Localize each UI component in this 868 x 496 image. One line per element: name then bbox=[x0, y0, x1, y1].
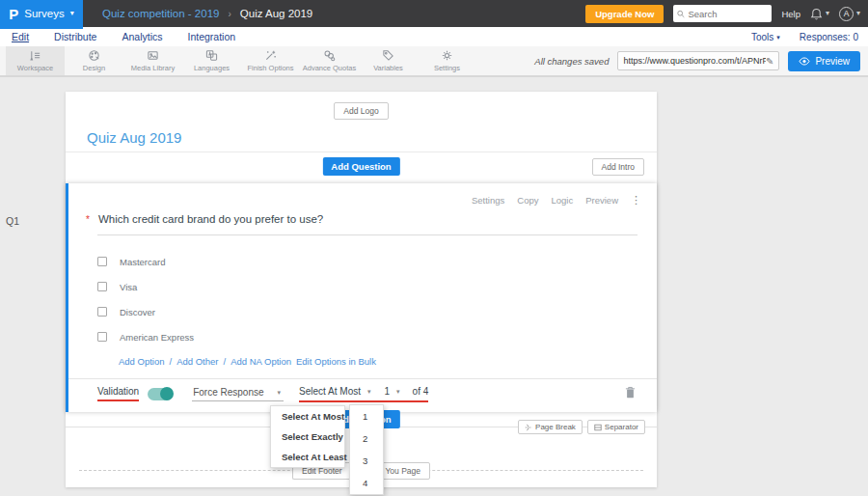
upgrade-now-button[interactable]: Upgrade Now bbox=[585, 5, 664, 23]
required-asterisk: * bbox=[86, 214, 90, 225]
option-row[interactable]: American Express bbox=[97, 331, 657, 343]
bell-icon bbox=[810, 8, 823, 20]
checkbox[interactable] bbox=[97, 282, 107, 291]
tool-languages[interactable]: Languages bbox=[182, 46, 241, 75]
tool-finish-options[interactable]: Finish Options bbox=[241, 46, 300, 75]
question-copy-link[interactable]: Copy bbox=[517, 195, 538, 206]
help-link[interactable]: Help bbox=[781, 9, 800, 19]
chevron-down-icon: ▾ bbox=[856, 10, 860, 17]
notifications-menu[interactable]: ▾ bbox=[810, 8, 829, 20]
main-nav: Edit Distribute Analytics Integration To… bbox=[0, 27, 868, 46]
tab-distribute[interactable]: Distribute bbox=[54, 31, 96, 42]
force-response-select[interactable]: Force Response ▾ bbox=[192, 387, 284, 401]
tool-variables[interactable]: Variables bbox=[359, 46, 418, 75]
preview-button[interactable]: Preview bbox=[788, 51, 860, 71]
link-separator: / bbox=[224, 356, 227, 367]
add-na-option-link[interactable]: Add NA Option bbox=[231, 356, 291, 367]
tools-label: Tools bbox=[751, 32, 773, 42]
page-break-icon bbox=[525, 424, 532, 431]
surveys-product-menu[interactable]: P Surveys ▾ bbox=[0, 0, 83, 27]
tool-media-library[interactable]: Media Library bbox=[123, 46, 182, 75]
question-settings-link[interactable]: Settings bbox=[472, 195, 504, 206]
question-divider bbox=[97, 234, 637, 235]
delete-question-button[interactable] bbox=[625, 386, 636, 401]
kebab-menu-icon[interactable]: ⋮ bbox=[631, 194, 641, 207]
question-logic-link[interactable]: Logic bbox=[551, 195, 573, 206]
survey-workspace: Q1 Add Logo Quiz Aug 2019 Add Question A… bbox=[0, 77, 868, 496]
tag-icon bbox=[382, 49, 394, 62]
editor-toolbar: Workspace Design Media Library Languages… bbox=[0, 46, 868, 77]
tab-edit[interactable]: Edit bbox=[12, 31, 29, 42]
validation-count-dropdown: 1 2 3 4 bbox=[349, 404, 384, 495]
breadcrumb: Quiz competition - 2019 › Quiz Aug 2019 bbox=[102, 8, 312, 19]
breadcrumb-folder[interactable]: Quiz competition - 2019 bbox=[102, 8, 219, 19]
tool-workspace[interactable]: Workspace bbox=[6, 46, 65, 75]
add-logo-row: Add Logo bbox=[66, 92, 657, 120]
option-row[interactable]: Discover bbox=[97, 306, 657, 317]
breadcrumb-separator-icon: › bbox=[228, 9, 231, 19]
add-intro-button[interactable]: Add Intro bbox=[592, 158, 645, 176]
dropdown-option-select-at-most[interactable]: Select At Most bbox=[271, 406, 344, 427]
account-menu[interactable]: A ▾ bbox=[839, 7, 860, 21]
add-question-button[interactable]: Add Question bbox=[322, 157, 399, 176]
toolbar-right: All changes saved ✎ Preview bbox=[534, 46, 868, 75]
question-actions: Settings Copy Logic Preview ⋮ bbox=[68, 183, 657, 207]
add-question-row: Add Question Add Intro bbox=[66, 156, 657, 178]
option-links-row: Add Option / Add Other / Add NA Option E… bbox=[119, 356, 641, 367]
tab-analytics[interactable]: Analytics bbox=[122, 31, 162, 42]
dropdown-option-2[interactable]: 2 bbox=[350, 427, 383, 450]
option-row[interactable]: Mastercard bbox=[97, 256, 657, 267]
image-icon bbox=[147, 49, 159, 62]
add-other-link[interactable]: Add Other bbox=[176, 356, 218, 367]
edit-options-in-bulk-link[interactable]: Edit Options in Bulk bbox=[296, 356, 376, 367]
dropdown-option-1[interactable]: 1 bbox=[350, 405, 383, 427]
chevron-down-icon: ▾ bbox=[70, 10, 74, 17]
question-text-row: *Which credit card brand do you prefer t… bbox=[86, 213, 657, 225]
of-total-label: of 4 bbox=[413, 386, 429, 397]
chevron-down-icon: ▾ bbox=[826, 10, 829, 17]
add-option-link[interactable]: Add Option bbox=[119, 356, 165, 367]
tab-integration[interactable]: Integration bbox=[187, 31, 235, 42]
separator-icon bbox=[594, 424, 602, 431]
breadcrumb-current-survey: Quiz Aug 2019 bbox=[240, 8, 312, 19]
question-card: Settings Copy Logic Preview ⋮ *Which cre… bbox=[66, 183, 657, 412]
validation-toggle[interactable] bbox=[148, 388, 173, 400]
questionpro-app: P Surveys ▾ Quiz competition - 2019 › Qu… bbox=[0, 0, 868, 496]
save-status: All changes saved bbox=[534, 56, 609, 67]
dropdown-option-select-exactly[interactable]: Select Exactly bbox=[271, 427, 344, 447]
survey-title[interactable]: Quiz Aug 2019 bbox=[87, 129, 657, 146]
checkbox[interactable] bbox=[97, 307, 107, 317]
top-bar: P Surveys ▾ Quiz competition - 2019 › Qu… bbox=[0, 0, 868, 27]
search-input[interactable] bbox=[688, 9, 768, 19]
checkbox[interactable] bbox=[97, 332, 107, 342]
tool-settings[interactable]: Settings bbox=[418, 46, 476, 75]
break-buttons: Page Break Separator bbox=[518, 420, 645, 434]
dropdown-option-select-at-least[interactable]: Select At Least bbox=[271, 447, 344, 467]
palette-icon bbox=[88, 49, 100, 62]
translate-icon bbox=[205, 49, 218, 62]
tools-menu[interactable]: Tools ▾ bbox=[751, 32, 780, 42]
survey-url-input[interactable] bbox=[623, 56, 766, 66]
dropdown-option-3[interactable]: 3 bbox=[350, 450, 383, 472]
survey-url-field[interactable]: ✎ bbox=[617, 51, 779, 70]
add-logo-button[interactable]: Add Logo bbox=[334, 102, 388, 120]
checkbox[interactable] bbox=[97, 257, 107, 266]
separator-button[interactable]: Separator bbox=[587, 420, 645, 434]
avatar: A bbox=[839, 7, 854, 21]
edit-url-icon[interactable]: ✎ bbox=[766, 56, 773, 67]
validation-count-select[interactable]: 1 ▾ bbox=[385, 386, 400, 397]
magic-wand-icon bbox=[264, 49, 277, 62]
dropdown-option-4[interactable]: 4 bbox=[350, 472, 383, 494]
validation-type-select[interactable]: Select At Most ▾ bbox=[299, 386, 370, 397]
question-preview-link[interactable]: Preview bbox=[585, 195, 618, 206]
tool-design[interactable]: Design bbox=[65, 46, 123, 75]
question-text[interactable]: Which credit card brand do you prefer to… bbox=[98, 213, 323, 225]
page-break-button[interactable]: Page Break bbox=[518, 420, 583, 434]
responses-count[interactable]: Responses: 0 bbox=[800, 32, 858, 42]
topbar-right: Upgrade Now Help ▾ A ▾ bbox=[585, 5, 868, 23]
search-box[interactable] bbox=[673, 5, 772, 22]
tool-advance-quotas[interactable]: Advance Quotas bbox=[300, 46, 359, 75]
nav-items: Edit Distribute Analytics Integration bbox=[0, 31, 235, 42]
eye-icon bbox=[799, 57, 810, 66]
option-row[interactable]: Visa bbox=[97, 281, 657, 292]
